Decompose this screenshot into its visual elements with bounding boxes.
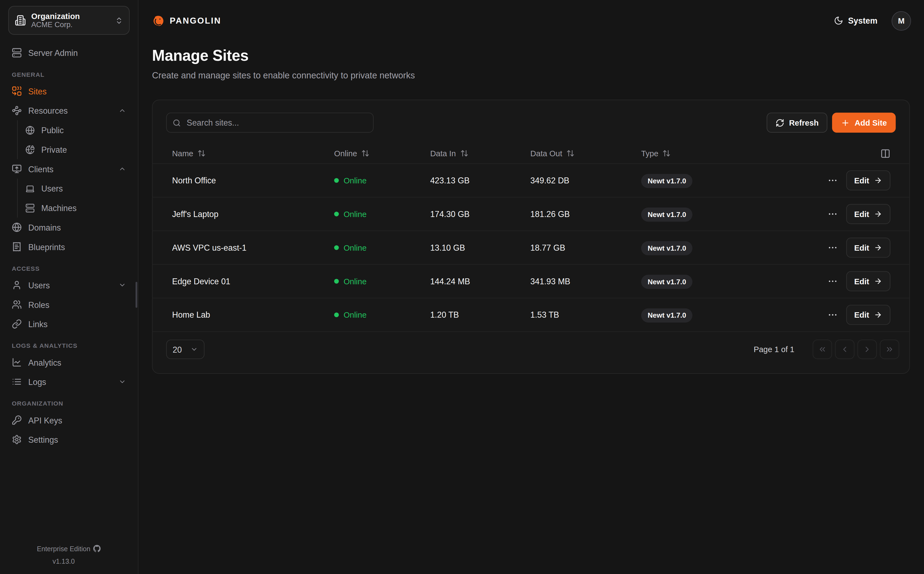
section-label: ACCESS (6, 265, 132, 272)
sidebar-item-resources-public[interactable]: Public (17, 120, 132, 140)
chevron-left-icon (840, 345, 849, 354)
page-size-select[interactable]: 20 (166, 340, 204, 359)
data-out-value: 18.77 GB (530, 243, 641, 252)
globe-lock-icon (25, 145, 35, 155)
version-label: v1.13.0 (53, 557, 75, 565)
pangolin-logo-icon (152, 14, 165, 27)
theme-toggle[interactable]: System (830, 16, 881, 26)
row-menu-button[interactable] (827, 175, 838, 186)
users-icon (12, 300, 22, 309)
link-icon (12, 319, 22, 329)
site-name: Edge Device 01 (172, 276, 334, 286)
data-in-value: 1.20 TB (430, 310, 530, 320)
column-settings-button[interactable] (880, 148, 890, 158)
building-icon (15, 15, 26, 26)
chevron-down-icon (118, 378, 126, 385)
last-page-button[interactable] (880, 340, 899, 359)
sidebar-subgroup-clients: UsersMachines (17, 179, 132, 218)
online-status-dot (334, 279, 339, 284)
sidebar-item-clients-machines[interactable]: Machines (17, 198, 132, 218)
sidebar-item-label: Private (41, 145, 126, 155)
column-header-online: Online (334, 149, 430, 158)
edition-row: Enterprise Edition (37, 545, 101, 552)
row-menu-button[interactable] (827, 309, 838, 320)
sidebar-item-label: Users (41, 184, 126, 193)
online-status-dot (334, 245, 339, 250)
sort-data-out-button[interactable] (566, 149, 575, 157)
edit-button[interactable]: Edit (846, 238, 890, 258)
sidebar-item-api-keys[interactable]: API Keys (6, 410, 132, 430)
row-menu-button[interactable] (827, 208, 838, 219)
org-selector[interactable]: Organization ACME Corp. (8, 6, 130, 35)
sort-name-button[interactable] (197, 149, 206, 157)
refresh-button[interactable]: Refresh (767, 113, 828, 132)
online-status: Online (334, 210, 430, 219)
sort-online-button[interactable] (361, 149, 369, 157)
add-site-label: Add Site (855, 118, 887, 127)
add-site-button[interactable]: Add Site (832, 113, 896, 132)
sidebar-item-resources-private[interactable]: Private (17, 140, 132, 159)
edit-label: Edit (854, 310, 869, 319)
sidebar-item-settings[interactable]: Settings (6, 430, 132, 449)
arrow-right-icon (874, 277, 882, 285)
sidebar-item-label: Analytics (28, 358, 126, 367)
edit-button[interactable]: Edit (846, 170, 890, 191)
sidebar-item-clients[interactable]: Clients (6, 159, 132, 179)
online-status-label: Online (344, 210, 366, 219)
sidebar-item-clients-users[interactable]: Users (17, 179, 132, 198)
arrow-right-icon (874, 176, 882, 184)
sidebar-item-server-admin[interactable]: Server Admin (6, 43, 132, 63)
search-input[interactable] (185, 117, 367, 128)
online-status: Online (334, 243, 430, 252)
sort-data-in-button[interactable] (460, 149, 468, 157)
sidebar-item-resources[interactable]: Resources (6, 101, 132, 120)
edit-button[interactable]: Edit (846, 204, 890, 224)
github-icon[interactable] (93, 545, 101, 552)
chevron-down-icon (190, 345, 198, 353)
sort-type-button[interactable] (663, 149, 671, 157)
sidebar-item-label: Clients (28, 164, 112, 173)
edit-label: Edit (854, 176, 869, 185)
sidebar-item-blueprints[interactable]: Blueprints (6, 237, 132, 257)
arrow-right-icon (874, 244, 882, 252)
column-header-data-in: Data In (430, 149, 530, 158)
site-name: North Office (172, 176, 334, 185)
sidebar-item-label: Roles (28, 300, 126, 309)
data-in-value: 423.13 GB (430, 176, 530, 185)
edit-button[interactable]: Edit (846, 271, 890, 291)
sidebar-section-general: GENERALSitesResourcesPublicPrivateClient… (6, 71, 132, 257)
sidebar-scrollbar-thumb[interactable] (135, 282, 137, 308)
sidebar-item-label: Domains (28, 222, 126, 232)
refresh-label: Refresh (789, 118, 819, 127)
row-menu-button[interactable] (827, 242, 838, 253)
edit-label: Edit (854, 243, 869, 252)
version-link[interactable]: v1.13.0 (53, 557, 85, 565)
user-avatar[interactable]: M (891, 11, 911, 30)
main-content: PANGOLIN System M Manage Sites Create an… (138, 0, 924, 574)
sidebar-item-links[interactable]: Links (6, 314, 132, 334)
laptop-icon (25, 184, 35, 193)
edit-button[interactable]: Edit (846, 305, 890, 325)
sidebar-item-domains[interactable]: Domains (6, 218, 132, 237)
table-toolbar: Refresh Add Site (152, 113, 909, 132)
data-out-value: 341.93 MB (530, 276, 641, 286)
table-row: Jeff's Laptop Online 174.30 GB 181.26 GB… (152, 197, 909, 231)
type-badge: Newt v1.7.0 (641, 241, 693, 255)
column-header-data-out: Data Out (530, 149, 641, 158)
server-icon (25, 203, 35, 213)
sidebar-item-sites[interactable]: Sites (6, 81, 132, 101)
chevrons-left-icon (818, 345, 827, 354)
online-status-dot (334, 211, 339, 216)
row-menu-button[interactable] (827, 276, 838, 287)
prev-page-button[interactable] (835, 340, 855, 359)
sidebar: Organization ACME Corp. Server Admin GEN… (0, 0, 138, 574)
page-size-value: 20 (173, 344, 182, 354)
next-page-button[interactable] (857, 340, 877, 359)
sidebar-item-logs[interactable]: Logs (6, 372, 132, 391)
first-page-button[interactable] (812, 340, 832, 359)
chevron-down-icon (118, 281, 126, 289)
table-row: Edge Device 01 Online 144.24 MB 341.93 M… (152, 265, 909, 298)
sidebar-item-roles[interactable]: Roles (6, 295, 132, 314)
sidebar-item-analytics[interactable]: Analytics (6, 353, 132, 372)
sidebar-item-users[interactable]: Users (6, 275, 132, 295)
